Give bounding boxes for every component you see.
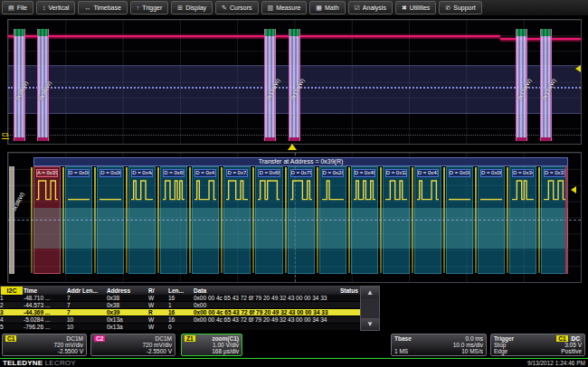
cell-len: 0 [168, 324, 194, 330]
menu-display[interactable]: ⊞Display [171, 1, 213, 14]
trigger-source: C1 [556, 335, 567, 342]
cell-time: -796.26 ... [24, 324, 67, 330]
menu-cursors[interactable]: ✎Cursors [215, 1, 258, 14]
display-icon: ⊞ [177, 5, 183, 12]
c2-coupling: DC1M [156, 335, 172, 342]
trigger-descriptor-box[interactable]: Trigger C1DC Stop3.05 V EdgePositive [490, 334, 585, 356]
byte-value-label: D = 0x34 [512, 169, 534, 177]
menu-timebase[interactable]: ↔Timebase [78, 1, 127, 14]
z1-vscale: 1.00 V/div [213, 342, 239, 348]
table-scrollbar[interactable]: ▲ ▼ [360, 286, 380, 331]
sda-waveform [258, 179, 280, 201]
i2c-burst: 0x38(W) [14, 29, 25, 141]
byte-value-label: D = 0x49 [354, 169, 375, 177]
cell-rw: W [148, 316, 168, 323]
file-icon: ▤ [8, 5, 14, 12]
cell-len: 16 [168, 309, 194, 315]
tbase-samples: 1 MS [394, 348, 408, 354]
cell-addr_len: 10 [67, 316, 107, 323]
analysis-icon: ☑ [355, 5, 360, 12]
table-row[interactable]: 5-796.26 ...100x13aW0 [0, 324, 360, 331]
cell-address: 0x13a [107, 316, 148, 323]
c2-vscale: 720 mV/div [142, 342, 172, 348]
cell-num: 1 [0, 295, 24, 301]
c2-descriptor-box[interactable]: C2DC1M 720 mV/div -2.5500 V [90, 334, 175, 356]
cell-data: 0x00 00 4c 65 43 72 6f 79 20 49 32 43 00… [194, 309, 340, 315]
col-header-Address: Address [107, 287, 148, 294]
z1-descriptor-box[interactable]: Z1zoom(C1) 1.00 V/div 168 µs/div [181, 334, 242, 356]
z1-label: Z1 [185, 335, 195, 342]
trigger-coupling: DC [570, 335, 582, 342]
cell-rw: W [148, 295, 168, 301]
table-row[interactable]: 3-44.369 ...70x39R160x00 00 4c 65 43 72 … [0, 309, 360, 316]
byte-value-label: D = 0x43 [194, 169, 216, 177]
c1-descriptor-box[interactable]: C1DC1M 720 mV/div -2.5500 V [2, 334, 87, 356]
decode-data-cell: D = 0x49 [351, 166, 378, 274]
z1-timebase: 168 µs/div [212, 348, 239, 354]
table-row[interactable]: 1-48.710 ...70x38W160x00 00 4c 65 43 72 … [0, 295, 360, 302]
zoom-level-marker-icon [571, 186, 576, 193]
main-waveform-grid: 0x38(W)0x38(W)0x13a(W)0x13a(W)0x13a(W)0x… [7, 19, 582, 145]
c2-trace [8, 35, 500, 37]
previous-burst-tail [9, 166, 14, 274]
timestamp: 9/13/2012 1:24:46 PM [527, 360, 585, 366]
c1-vscale: 720 mV/div [53, 342, 83, 348]
i2c-burst: 0x13a(W) [289, 29, 300, 141]
i2c-tab[interactable]: I2C [1, 287, 23, 295]
col-header-Len...: Len... [168, 287, 194, 294]
timebase-descriptor-box[interactable]: Tbase0.0 ms 10.0 ms/div 1 MS10 MS/s [391, 334, 487, 356]
cell-addr_len: 10 [67, 324, 107, 330]
cell-addr_len: 7 [67, 302, 107, 308]
decode-banner: Transfer at Address = 0x39(R) [33, 157, 568, 166]
support-icon: ✆ [445, 5, 450, 12]
tbase-delay: 0.0 ms [465, 335, 483, 342]
timebase-icon: ↔ [84, 5, 90, 11]
decode-data-cell: D = 0x79 [288, 166, 315, 274]
scroll-up-button[interactable]: ▲ [361, 287, 379, 298]
c1-offset: -2.5500 V [58, 348, 83, 354]
c1-ground-marker[interactable]: C1 [2, 132, 9, 139]
byte-value-label: D = 0x00 [68, 169, 90, 177]
menu-analysis[interactable]: ☑Analysis [348, 1, 393, 14]
cell-data: 0x00 00 4c 65 43 72 6f 79 20 49 32 43 00… [194, 295, 340, 301]
cell-address: 0x38 [107, 295, 148, 301]
col-header-Data: Data [194, 287, 340, 294]
trigger-level-marker-icon[interactable] [575, 65, 581, 72]
scroll-down-button[interactable]: ▼ [361, 318, 379, 330]
table-row[interactable]: 4-5.0284 ...100x13aW160x00 00 4c 65 43 7… [0, 316, 360, 324]
byte-value-label: D = 0x32 [385, 169, 407, 177]
cell-addr_len: 7 [67, 309, 107, 315]
cell-time: -44.369 ... [24, 309, 67, 315]
trigger-level: 3.05 V [564, 342, 582, 348]
utilities-icon: ✖ [402, 5, 407, 12]
table-row[interactable]: 2-44.573 ...70x38W10x00 [0, 302, 360, 309]
menu-math[interactable]: ▦Math [309, 1, 345, 14]
cell-time: -48.710 ... [24, 295, 67, 301]
byte-value-label: D = 0x20 [322, 169, 344, 177]
sda-waveform [290, 179, 312, 201]
cell-len: 16 [168, 295, 194, 301]
cell-data: 0x00 00 4c 65 43 72 6f 79 20 49 32 43 00… [194, 316, 340, 323]
decode-data-cell: D = 0x00 [478, 166, 505, 274]
menu-file[interactable]: ▤File [2, 1, 33, 14]
sda-waveform [322, 179, 344, 201]
trigger-time-marker-icon[interactable] [288, 144, 297, 150]
decode-data-cell: D = 0x34 [509, 166, 536, 274]
menu-measure[interactable]: ▥Measure [261, 1, 308, 14]
c2-offset: -2.5500 V [147, 348, 172, 354]
byte-value-label: D = 0x00 [100, 169, 121, 177]
table-header-row: TimeAddr Len...AddressR/Len...DataStatus [0, 286, 360, 295]
decode-data-cell: D = 0x43 [192, 166, 219, 274]
byte-value-label: D = 0x72 [226, 169, 248, 177]
decode-data-cell: D = 0x20 [319, 166, 346, 274]
zoom-waveform-grid: 0x38(W) Transfer at Address = 0x39(R) A … [7, 152, 582, 283]
tbase-label: Tbase [394, 335, 412, 342]
menu-utilities[interactable]: ✖Utilities [395, 1, 436, 14]
trigger-mode: Stop [494, 342, 506, 348]
cell-rw: W [148, 324, 168, 330]
decode-data-cell: D = 0x6f [255, 166, 282, 274]
menu-support[interactable]: ✆Support [439, 1, 481, 14]
menu-vertical[interactable]: ↕Vertical [36, 1, 75, 14]
cell-num: 4 [0, 316, 24, 323]
menu-trigger[interactable]: ↑Trigger [130, 1, 168, 14]
